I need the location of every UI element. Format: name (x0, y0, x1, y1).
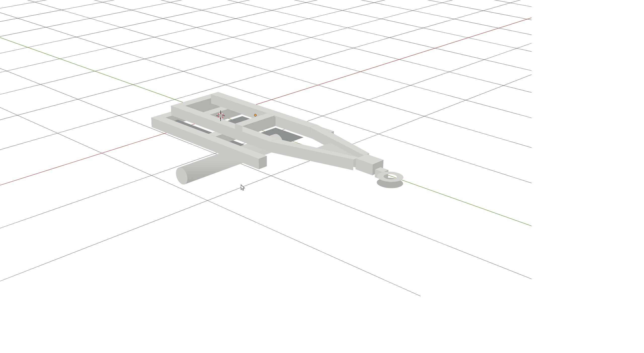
object-origin-dot (254, 114, 257, 116)
trailer-model[interactable] (151, 92, 404, 188)
viewport-scene[interactable] (2, 2, 532, 296)
mouse-cursor (241, 185, 245, 190)
